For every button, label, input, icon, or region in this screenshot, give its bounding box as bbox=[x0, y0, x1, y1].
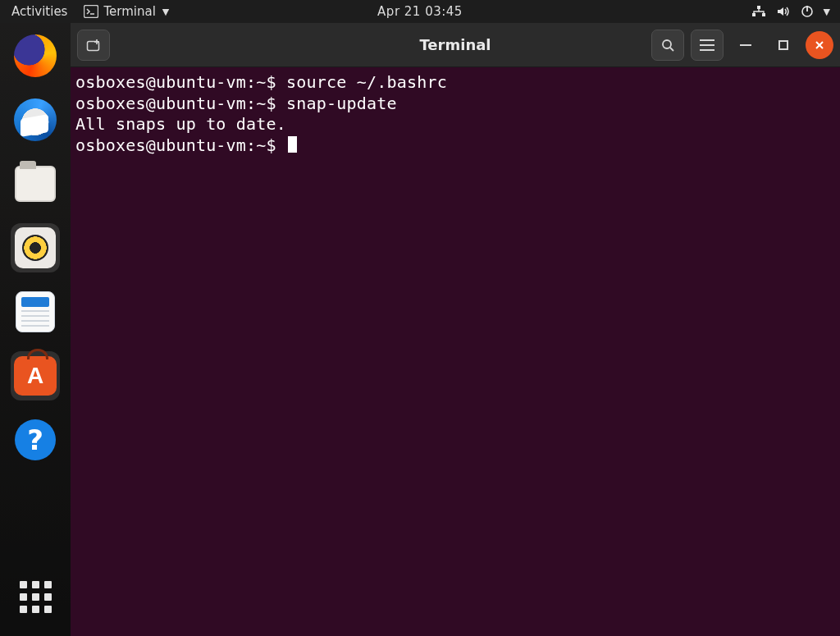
dock-thunderbird[interactable] bbox=[11, 95, 60, 144]
activities-button[interactable]: Activities bbox=[7, 2, 72, 21]
terminal-line: osboxes@ubuntu-vm:~$ bbox=[75, 135, 835, 157]
terminal-body[interactable]: osboxes@ubuntu-vm:~$ source ~/.bashrc os… bbox=[71, 67, 840, 636]
prompt: osboxes@ubuntu-vm:~$ bbox=[75, 72, 276, 92]
help-icon: ? bbox=[15, 419, 56, 460]
files-icon bbox=[15, 166, 56, 202]
window-minimize-button[interactable] bbox=[730, 30, 761, 61]
chevron-down-icon: ▼ bbox=[824, 7, 830, 17]
window-maximize-button[interactable] bbox=[768, 30, 799, 61]
cursor bbox=[288, 136, 297, 153]
dock-firefox[interactable] bbox=[11, 31, 60, 80]
prompt: osboxes@ubuntu-vm:~$ bbox=[75, 135, 276, 155]
minimize-icon bbox=[740, 44, 751, 46]
ubuntu-software-icon: A bbox=[14, 356, 57, 396]
clock[interactable]: Apr 21 03:45 bbox=[377, 4, 463, 19]
window-title: Terminal bbox=[419, 36, 491, 53]
thunderbird-icon bbox=[14, 98, 57, 141]
new-tab-icon bbox=[85, 38, 102, 53]
top-panel: Activities Terminal ▼ Apr 21 03:45 ▼ bbox=[0, 0, 840, 23]
dock-ubuntu-software[interactable]: A bbox=[11, 351, 60, 400]
rhythmbox-icon bbox=[15, 227, 56, 268]
svg-point-10 bbox=[663, 40, 671, 48]
power-icon bbox=[801, 5, 814, 18]
dock-rhythmbox[interactable] bbox=[11, 223, 60, 272]
svg-line-11 bbox=[670, 48, 673, 51]
svg-rect-4 bbox=[762, 13, 765, 16]
terminal-window: Terminal osboxes@ubuntu-vm:~$ source ~/.… bbox=[71, 23, 840, 636]
search-icon bbox=[660, 38, 675, 53]
app-menu-label: Terminal bbox=[103, 4, 155, 19]
terminal-line: All snaps up to date. bbox=[75, 114, 835, 135]
desktop: A ? Ubuntu Software Terminal bbox=[0, 23, 840, 636]
new-tab-button[interactable] bbox=[77, 30, 110, 61]
dock-writer[interactable] bbox=[11, 287, 60, 336]
search-button[interactable] bbox=[651, 30, 684, 61]
dock-help[interactable]: ? bbox=[11, 415, 60, 464]
output-text: All snaps up to date. bbox=[75, 114, 286, 134]
help-glyph: ? bbox=[27, 423, 43, 456]
dock-files[interactable] bbox=[11, 159, 60, 208]
terminal-line: osboxes@ubuntu-vm:~$ snap-update bbox=[75, 94, 835, 115]
dock: A ? bbox=[0, 23, 71, 636]
close-icon bbox=[814, 39, 825, 51]
top-panel-left: Activities Terminal ▼ bbox=[7, 2, 169, 21]
hamburger-icon bbox=[700, 39, 714, 51]
dock-show-applications[interactable] bbox=[11, 572, 60, 621]
svg-rect-0 bbox=[84, 6, 98, 18]
svg-rect-3 bbox=[752, 13, 756, 16]
titlebar-right bbox=[651, 30, 833, 61]
menu-button[interactable] bbox=[691, 30, 724, 61]
command-text: source ~/.bashrc bbox=[286, 72, 447, 92]
firefox-icon bbox=[14, 34, 57, 77]
writer-icon bbox=[16, 291, 55, 332]
prompt: osboxes@ubuntu-vm:~$ bbox=[75, 94, 276, 113]
window-close-button[interactable] bbox=[806, 31, 833, 59]
apps-grid-icon bbox=[20, 581, 52, 613]
terminal-small-icon bbox=[84, 5, 98, 18]
maximize-icon bbox=[778, 40, 788, 50]
svg-rect-2 bbox=[757, 6, 760, 9]
network-icon bbox=[751, 5, 766, 18]
command-text: snap-update bbox=[286, 94, 397, 113]
window-titlebar[interactable]: Terminal bbox=[71, 23, 840, 67]
system-status-area[interactable]: ▼ bbox=[751, 5, 833, 18]
chevron-down-icon: ▼ bbox=[162, 7, 169, 17]
volume-icon bbox=[776, 5, 791, 18]
app-menu[interactable]: Terminal ▼ bbox=[84, 4, 169, 19]
software-glyph: A bbox=[27, 363, 43, 389]
terminal-line: osboxes@ubuntu-vm:~$ source ~/.bashrc bbox=[75, 72, 835, 94]
